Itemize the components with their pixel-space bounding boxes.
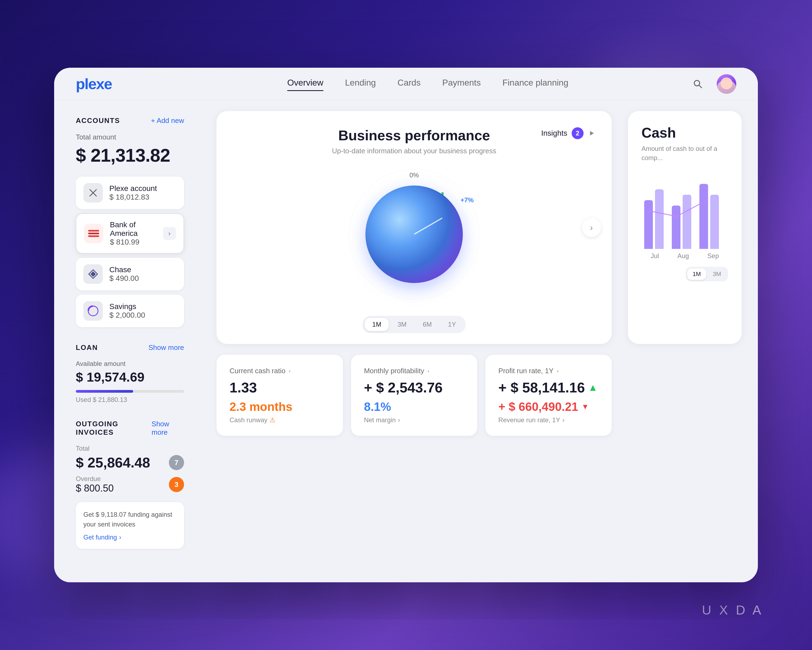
accounts-title: ACCOUNTS (76, 116, 120, 125)
profit-up-icon: ▲ (588, 382, 598, 393)
nav-cards[interactable]: Cards (398, 78, 421, 90)
header-right (690, 74, 736, 94)
metrics-row: Current cash ratio › 1.33 2.3 months Cas… (217, 355, 612, 436)
savings-account-info: Savings $ 2,000.00 (109, 302, 177, 320)
revenue-down-icon: ▼ (582, 402, 589, 411)
invoices-title: OUTGOING INVOICES (76, 420, 151, 437)
chart-group-aug (672, 195, 691, 249)
loan-header: LOAN Show more (76, 343, 184, 352)
plexe-account-balance: $ 18,012.83 (109, 193, 177, 202)
add-account-button[interactable]: + Add new (151, 116, 184, 125)
boa-account-arrow[interactable]: › (163, 227, 176, 240)
invoices-show-more[interactable]: Show more (151, 420, 184, 437)
profitability-arrow-icon[interactable]: › (427, 368, 429, 374)
cash-chart: Jul Aug Sep 1M 3M (641, 173, 728, 281)
account-item-chase[interactable]: Chase $ 490.00 (76, 258, 184, 290)
user-avatar[interactable] (717, 74, 736, 94)
plexe-account-icon (83, 183, 103, 203)
cash-subtitle: Amount of cash to out of a comp... (641, 144, 728, 162)
bar-aug-1 (672, 206, 681, 249)
cash-time-btn-1m[interactable]: 1M (687, 268, 707, 280)
nav-payments[interactable]: Payments (442, 78, 481, 90)
profit-runrate-label-row: Profit run rate, 1Y › (498, 367, 599, 375)
revenue-runrate-label: Revenue run rate, 1Y › (498, 416, 599, 424)
savings-account-balance: $ 2,000.00 (109, 311, 177, 320)
overdue-badge: 3 (169, 477, 184, 492)
plexe-account-info: Plexe account $ 18,012.83 (109, 184, 177, 202)
invoice-total-label: Total (76, 445, 184, 452)
pct-zero-label: 0% (409, 171, 419, 179)
cash-runway-warning-icon: ⚠ (270, 416, 276, 424)
nav-overview[interactable]: Overview (287, 78, 323, 90)
account-item-plexe[interactable]: Plexe account $ 18,012.83 (76, 177, 184, 209)
time-btn-3m[interactable]: 3M (390, 318, 414, 331)
cash-ratio-label: Current cash ratio (229, 367, 285, 375)
account-item-boa[interactable]: Bank of America $ 810.99 › (76, 213, 184, 254)
search-button[interactable] (690, 76, 706, 92)
loan-progress-fill (76, 390, 133, 393)
svg-line-1 (699, 85, 702, 88)
nav-lending[interactable]: Lending (345, 78, 376, 90)
net-margin-value: 8.1% (364, 400, 464, 414)
invoice-total-amount: $ 25,864.48 (76, 454, 150, 471)
bp-subtitle: Up-to-date information about your busine… (233, 147, 595, 155)
chase-account-icon (83, 265, 103, 284)
time-selector: 1M 3M 6M 1Y (362, 316, 466, 333)
revenue-runrate-arrow-icon: › (562, 416, 564, 424)
revenue-runrate-value: + $ 660,490.21 ▼ (498, 400, 599, 414)
overdue-info: Overdue $ 800.50 (76, 475, 114, 494)
bar-aug-2 (682, 195, 691, 249)
chart-label-jul: Jul (651, 252, 659, 260)
funding-box: Get $ 9,118.07 funding against your sent… (76, 502, 184, 549)
cash-ratio-label-row: Current cash ratio › (229, 367, 330, 375)
loan-available-amount: $ 19,574.69 (76, 370, 184, 385)
pct-seven-label: +7% (460, 196, 474, 204)
profitability-label: Monthly profitability (364, 367, 424, 375)
main-nav: Overview Lending Cards Payments Finance … (166, 78, 690, 90)
savings-account-name: Savings (109, 302, 177, 311)
account-list: Plexe account $ 18,012.83 Bank of (76, 177, 184, 327)
get-funding-button[interactable]: Get funding › (83, 534, 177, 541)
profit-runrate-label: Profit run rate, 1Y (498, 367, 554, 375)
profit-runrate-arrow-icon[interactable]: › (557, 368, 559, 374)
bar-jul-1 (644, 200, 653, 249)
app-header: plexe Overview Lending Cards Payments Fi… (54, 68, 758, 100)
boa-account-balance: $ 810.99 (110, 238, 156, 246)
funding-text: Get $ 9,118.07 funding against your sent… (83, 510, 177, 529)
cash-time-btn-3m[interactable]: 3M (707, 268, 727, 280)
chart-month-labels: Jul Aug Sep (641, 252, 728, 260)
chart-label-sep: Sep (707, 252, 719, 260)
boa-account-name: Bank of America (110, 220, 156, 238)
loan-available-label: Available amount (76, 360, 184, 367)
globe-next-button[interactable]: › (582, 218, 601, 237)
app-logo[interactable]: plexe (76, 75, 112, 93)
loan-section: LOAN Show more Available amount $ 19,574… (76, 343, 184, 404)
cash-title: Cash (641, 125, 728, 141)
chart-label-aug: Aug (678, 252, 689, 260)
savings-account-icon (83, 301, 103, 321)
cash-ratio-arrow-icon[interactable]: › (289, 368, 291, 374)
account-item-savings[interactable]: Savings $ 2,000.00 (76, 295, 184, 327)
invoices-section: OUTGOING INVOICES Show more Total $ 25,8… (76, 420, 184, 549)
time-btn-6m[interactable]: 6M (415, 318, 439, 331)
bar-sep-1 (699, 184, 708, 249)
time-btn-1m[interactable]: 1M (365, 318, 389, 331)
chase-account-name: Chase (109, 265, 177, 274)
profitability-value: + $ 2,543.76 (364, 379, 464, 396)
profitability-label-row: Monthly profitability › (364, 367, 464, 375)
total-amount-value: $ 21,313.82 (76, 145, 184, 166)
net-margin-label: Net margin › (364, 416, 464, 424)
overdue-amount: $ 800.50 (76, 483, 114, 494)
chart-bars-jul (644, 189, 664, 249)
svg-marker-6 (590, 131, 594, 135)
bar-sep-2 (710, 195, 719, 249)
loan-show-more[interactable]: Show more (149, 343, 184, 352)
insights-badge: 2 (572, 127, 583, 139)
cash-ratio-value: 1.33 (229, 379, 330, 396)
metric-profit-runrate: Profit run rate, 1Y › + $ 58,141.16 ▲ + … (485, 355, 612, 436)
insights-button[interactable]: Insights 2 (541, 127, 596, 139)
cash-runway-label: Cash runway ⚠ (229, 416, 330, 424)
time-btn-1y[interactable]: 1Y (440, 318, 463, 331)
chart-bars-container (641, 173, 728, 249)
nav-finance-planning[interactable]: Finance planning (502, 78, 568, 90)
